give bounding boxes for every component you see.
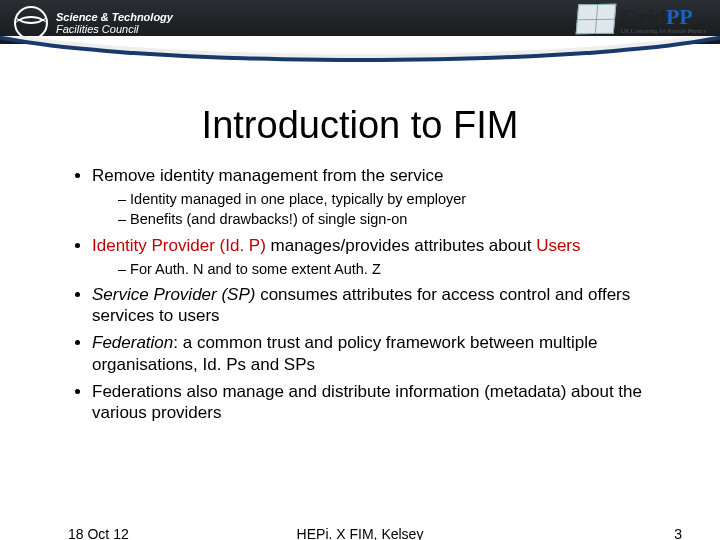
bullet-5: Federations also manage and distribute i… (92, 381, 666, 424)
gridpp-tagline: UK Computing for Particle Physics (621, 28, 706, 34)
bullet-2-users: Users (536, 236, 580, 255)
bullet-4: Federation: a common trust and policy fr… (92, 332, 666, 375)
bullet-1-sub-2: Benefits (and drawbacks!) of single sign… (118, 210, 666, 228)
footer-page-number: 3 (674, 526, 682, 540)
grid-icon (575, 4, 616, 35)
stfc-line2: Facilities Council (56, 23, 173, 35)
slide-title: Introduction to FIM (0, 104, 720, 147)
bullet-3-sp: Service Provider (SP) (92, 285, 255, 304)
bullet-1-text: Remove identity management from the serv… (92, 166, 444, 185)
footer-center: HEPi. X FIM, Kelsey (0, 526, 720, 540)
bullet-2-idp: Identity Provider (Id. P) (92, 236, 266, 255)
bullet-2-sub-1: For Auth. N and to some extent Auth. Z (118, 260, 666, 278)
gridpp-name: GridPP (621, 4, 693, 29)
bullet-2: Identity Provider (Id. P) manages/provid… (92, 235, 666, 278)
bullet-1-sub-1: Identity managed in one place, typically… (118, 190, 666, 208)
bullet-list: Remove identity management from the serv… (70, 165, 666, 423)
bullet-2-sublist: For Auth. N and to some extent Auth. Z (92, 260, 666, 278)
bullet-3: Service Provider (SP) consumes attribute… (92, 284, 666, 327)
header-bar: Science & Technology Facilities Council … (0, 0, 720, 60)
gridpp-logo: GridPP UK Computing for Particle Physics (577, 4, 706, 34)
bullet-1: Remove identity management from the serv… (92, 165, 666, 229)
header-swoosh (0, 36, 720, 66)
bullet-1-sublist: Identity managed in one place, typically… (92, 190, 666, 228)
stfc-line1: Science & Technology (56, 11, 173, 23)
stfc-logo: Science & Technology Facilities Council (14, 6, 173, 40)
gridpp-logo-text: GridPP UK Computing for Particle Physics (621, 4, 706, 34)
stfc-globe-icon (14, 6, 48, 40)
slide-body: Remove identity management from the serv… (0, 165, 720, 423)
bullet-4-fed: Federation (92, 333, 173, 352)
stfc-logo-text: Science & Technology Facilities Council (56, 11, 173, 35)
bullet-2-mid: manages/provides attributes about (266, 236, 536, 255)
